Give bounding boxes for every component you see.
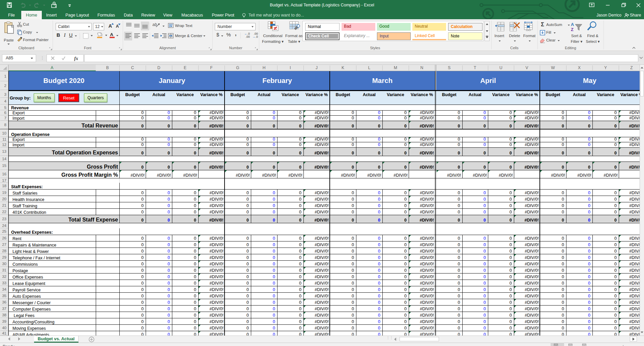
- svg-text:Z: Z: [571, 27, 574, 32]
- svg-text:A: A: [571, 22, 574, 27]
- svg-text:fx: fx: [74, 56, 78, 61]
